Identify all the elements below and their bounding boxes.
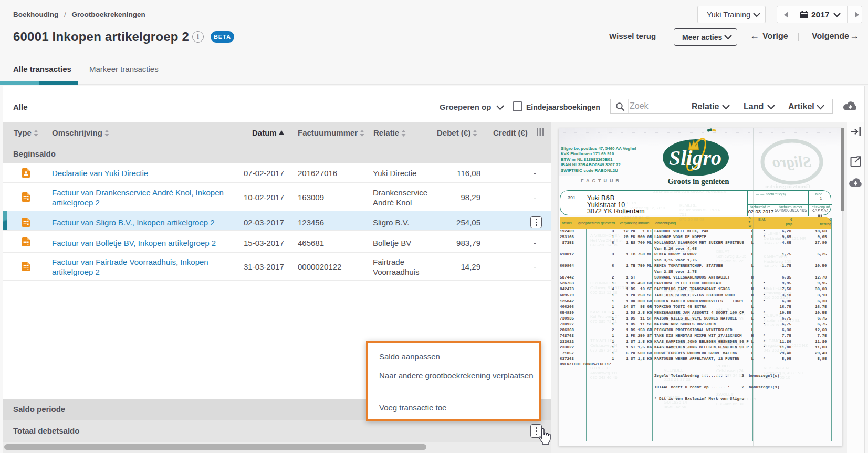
svg-text:Sligro: Sligro bbox=[669, 146, 721, 170]
svg-text:Sligro: Sligro bbox=[772, 153, 811, 170]
